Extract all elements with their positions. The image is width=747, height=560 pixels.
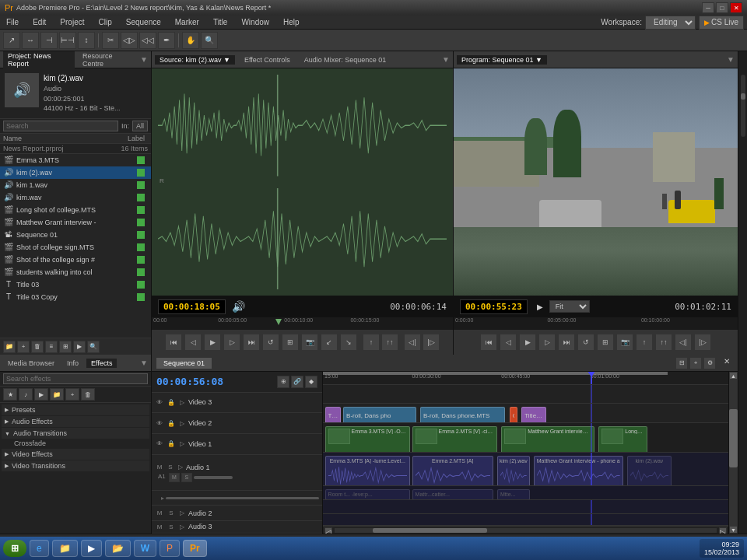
taskbar-premiere[interactable]: Pr <box>183 540 207 557</box>
track-collapse-video1[interactable]: ▷ <box>178 440 186 448</box>
scroll-up-btn[interactable]: ▲ <box>729 372 738 380</box>
prog-step-fwd[interactable]: ▷ <box>538 334 556 351</box>
audio1-mute-btn[interactable]: M <box>169 473 180 482</box>
tab-effects[interactable]: Effects <box>86 359 117 368</box>
src-step-fwd[interactable]: ▷ <box>223 334 240 351</box>
clip-a1sub-2[interactable]: Mattr...catter... <box>412 489 493 500</box>
tab-resource-centre[interactable]: Resource Centre <box>78 51 137 68</box>
effects-group-header[interactable]: ▶ Presets <box>2 404 149 415</box>
track-collapse-audio3[interactable]: ▷ <box>178 523 186 530</box>
src-go-end[interactable]: ⏭ <box>243 334 260 351</box>
clip-v1-longshot[interactable]: Long shot of colle... <box>598 426 647 453</box>
track-solo-audio3[interactable]: S <box>167 522 176 531</box>
track-solo-audio2[interactable]: S <box>167 509 176 518</box>
clip-v2-c[interactable]: C <box>510 407 517 423</box>
tool-slide[interactable]: ◁◁ <box>139 32 156 49</box>
clip-a1sub-3[interactable]: Mtte... <box>497 489 530 500</box>
close-button[interactable]: ✕ <box>730 2 742 13</box>
track-collapse-audio2[interactable]: ▷ <box>178 509 186 517</box>
src-prev-edit[interactable]: ◁| <box>404 334 421 351</box>
vscroll-track[interactable] <box>729 380 738 526</box>
clip-a1sub-1[interactable]: Room t... -leve:p... <box>325 489 410 500</box>
menu-marker[interactable]: Marker <box>172 18 202 26</box>
effects-trash-btn[interactable]: 🗑 <box>81 388 95 401</box>
effects-group-header[interactable]: ▶ Video Transitions <box>2 460 149 471</box>
track-solo-audio1[interactable]: S <box>166 463 175 472</box>
file-item[interactable]: 🔊kim (2).wav <box>0 166 151 179</box>
effects-panel-menu[interactable]: ▼ <box>140 359 148 367</box>
menu-title[interactable]: Title <box>210 18 231 26</box>
tl-linked[interactable]: 🔗 <box>291 376 303 388</box>
list-view-btn[interactable]: ≡ <box>45 341 58 353</box>
file-item[interactable]: 🔊kim 1.wav <box>0 179 151 191</box>
tool-track-select[interactable]: ↔ <box>22 32 39 49</box>
prog-step-back[interactable]: ◁ <box>500 334 517 351</box>
track-collapse-video3[interactable]: ▷ <box>178 398 186 406</box>
src-go-start[interactable]: ⏮ <box>165 334 182 351</box>
menu-file[interactable]: File <box>3 18 22 26</box>
effects-folder-btn[interactable]: 📁 <box>50 388 64 401</box>
tool-ripple[interactable]: ⊣ <box>40 32 58 49</box>
effects-item[interactable]: Crossfade <box>11 439 149 448</box>
effects-new-btn[interactable]: + <box>65 388 79 401</box>
track-collapse-video2[interactable]: ▷ <box>178 419 186 427</box>
track-eye-video3[interactable]: 👁 <box>155 397 164 407</box>
tool-razor[interactable]: ✂ <box>102 32 119 49</box>
prog-export-frame[interactable]: 📷 <box>616 334 633 351</box>
track-eye-video2[interactable]: 👁 <box>155 418 164 428</box>
scroll-right-btn[interactable]: ▷ <box>719 527 727 534</box>
file-item[interactable]: 🎬students walking into col <box>0 266 151 278</box>
effects-group-header[interactable]: ▶ Video Effects <box>2 449 149 460</box>
effects-group-header[interactable]: ▼ Audio Transitions <box>2 428 149 439</box>
menu-sequence[interactable]: Sequence <box>123 18 164 26</box>
src-export-frame[interactable]: 📷 <box>301 334 318 351</box>
automate-btn[interactable]: ▶ <box>73 341 86 353</box>
tab-program[interactable]: Program: Sequence 01 ▼ <box>457 55 547 65</box>
menu-help[interactable]: Help <box>280 18 303 26</box>
tab-audio-mixer[interactable]: Audio Mixer: Sequence 01 <box>300 55 391 65</box>
clip-a1-kim2b[interactable]: kim (2).wav <box>627 456 672 486</box>
tab-source[interactable]: Source: kim (2).wav ▼ <box>155 55 235 65</box>
src-play-stop[interactable]: ▶ <box>204 334 221 351</box>
prog-safe-margins[interactable]: ⊞ <box>597 334 614 351</box>
taskbar-ie[interactable]: e <box>30 540 49 557</box>
src-step-back[interactable]: ◁ <box>184 334 202 351</box>
tool-pen[interactable]: ✒ <box>158 32 175 49</box>
clip-v1-emma2[interactable]: Emma 2.MTS [V] -city... <box>412 426 497 453</box>
start-button[interactable]: ⊞ <box>3 540 26 557</box>
source-audio-icon[interactable]: 🔊 <box>232 300 245 313</box>
audio1-sub-fader[interactable] <box>166 497 319 499</box>
file-item[interactable]: 🎬Matthew Grant interview - <box>0 216 151 229</box>
prog-lift[interactable]: ↑ <box>636 334 653 351</box>
src-extract[interactable]: ↑↑ <box>381 334 398 351</box>
audio1-fader[interactable] <box>194 476 233 479</box>
timeline-hscrollbar[interactable]: ◁ ▷ <box>323 526 728 534</box>
tool-roll[interactable]: ⊢⊣ <box>59 32 76 49</box>
program-monitor-menu[interactable]: ▼ <box>727 55 735 64</box>
prog-go-start[interactable]: ⏮ <box>480 334 497 351</box>
effects-search-input[interactable] <box>3 373 148 384</box>
clip-a1-matthew[interactable]: Matthew Grant interview - phone a <box>534 456 623 486</box>
src-insert[interactable]: ↙ <box>321 334 338 351</box>
menu-project[interactable]: Project <box>57 18 87 26</box>
effects-audio-btn[interactable]: ♪ <box>19 388 33 401</box>
tool-rate-stretch[interactable]: ↕ <box>78 32 95 49</box>
tl-snap[interactable]: ⊕ <box>277 376 289 388</box>
track-mute-audio2[interactable]: M <box>155 509 164 518</box>
tool-selection[interactable]: ↗ <box>3 32 20 49</box>
seq-tab-sequence01[interactable]: Sequence 01 <box>156 358 212 369</box>
clear-btn[interactable]: 🗑 <box>31 341 44 353</box>
icon-view-btn[interactable]: ⊞ <box>59 341 72 353</box>
tl-add-marker[interactable]: ◆ <box>305 376 317 388</box>
taskbar-folder2[interactable]: 📂 <box>105 540 131 557</box>
track-lock-video1[interactable]: 🔒 <box>167 439 176 449</box>
new-item-btn[interactable]: + <box>17 341 30 353</box>
taskbar-explorer[interactable]: 📁 <box>52 540 78 557</box>
scrollbar-track[interactable] <box>334 527 717 534</box>
track-mute-audio3[interactable]: M <box>155 522 164 531</box>
src-safe-margins[interactable]: ⊞ <box>282 334 299 351</box>
src-lift[interactable]: ↑ <box>363 334 380 351</box>
tab-effect-controls[interactable]: Effect Controls <box>240 55 295 65</box>
fader-handle[interactable] <box>741 93 745 100</box>
menu-window[interactable]: Window <box>238 18 272 26</box>
